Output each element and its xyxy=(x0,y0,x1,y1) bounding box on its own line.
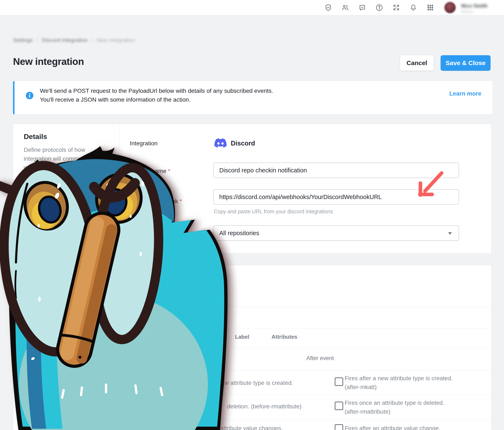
event-row-left-text: w attribute type is created. xyxy=(225,378,293,387)
row-divider xyxy=(13,307,491,307)
user-role-blurred: Admin xyxy=(461,9,473,14)
banner-line-2: You'll receive a JSON with some informat… xyxy=(40,95,273,104)
event-checkbox[interactable] xyxy=(335,402,343,410)
column-header-label: Label xyxy=(235,334,249,340)
column-header-attributes: Attributes xyxy=(271,334,297,340)
breadcrumb-separator: / xyxy=(91,37,93,44)
info-icon xyxy=(26,91,34,99)
custom-name-label: Custom name * xyxy=(130,168,170,174)
details-heading: Details xyxy=(24,133,47,141)
channel-webhook-input[interactable] xyxy=(213,189,459,205)
banner-text: We'll send a POST request to the Payload… xyxy=(40,87,273,104)
breadcrumb-separator: / xyxy=(36,37,38,44)
top-bar: Nico Smith Admin xyxy=(0,0,504,15)
users-icon[interactable] xyxy=(342,4,349,11)
event-row-right-text: Fires once an attribute type is deleted.… xyxy=(345,399,444,416)
row-divider xyxy=(13,419,491,419)
webhook-help-text: Copy and paste URL from your discord int… xyxy=(214,208,333,215)
row-divider xyxy=(13,348,491,349)
banner-line-1: We'll send a POST request to the Payload… xyxy=(40,87,273,95)
breadcrumb-item[interactable]: Settings xyxy=(13,37,33,44)
bell-icon[interactable] xyxy=(410,4,417,11)
event-row-right-text: Fires after an attribute value change. xyxy=(345,424,440,430)
apps-grid-icon[interactable] xyxy=(426,4,434,11)
row-divider xyxy=(13,395,491,395)
card-vertical-divider xyxy=(119,124,120,253)
integration-value: Discord xyxy=(231,140,255,147)
learn-more-link[interactable]: Learn more xyxy=(450,90,482,97)
after-event-header: After event xyxy=(306,355,334,362)
event-checkbox[interactable] xyxy=(335,424,343,430)
repositories-selected-value: All repositories xyxy=(219,226,259,240)
app-screen: Nico Smith Admin Settings / Discord Inte… xyxy=(0,0,504,430)
breadcrumb-item-current: New Integration xyxy=(97,37,135,44)
repositories-select[interactable]: All repositories xyxy=(213,225,459,241)
integration-label: Integration xyxy=(130,140,158,147)
header-icon-group xyxy=(324,4,434,11)
avatar[interactable] xyxy=(444,2,456,13)
row-divider xyxy=(13,328,491,328)
shield-check-icon[interactable] xyxy=(324,4,332,11)
page-title: New integration xyxy=(13,56,84,67)
expand-icon[interactable] xyxy=(393,4,400,11)
details-card: Details Define protocols of how integrat… xyxy=(13,124,491,254)
save-close-button[interactable]: Save & Close xyxy=(441,55,491,71)
help-icon[interactable] xyxy=(376,4,383,11)
details-description: Define protocols of how integration will… xyxy=(24,145,108,172)
breadcrumb-item[interactable]: Discord Integration xyxy=(42,37,88,44)
discord-logo-icon xyxy=(214,138,227,148)
event-row-left-text: deletion. (before-rmattribute) xyxy=(227,402,302,411)
event-checkbox[interactable] xyxy=(335,377,343,386)
event-row-left-text: attribute value changes. xyxy=(220,424,283,430)
breadcrumb: Settings / Discord Integration / New Int… xyxy=(13,37,135,44)
event-row-right-text: Fires after a new attribute type is crea… xyxy=(345,374,453,392)
row-divider xyxy=(13,370,491,370)
user-name-blurred: Nico Smith xyxy=(461,3,487,9)
info-banner: We'll send a POST request to the Payload… xyxy=(13,81,493,114)
events-card: Label Attributes After event w attribute… xyxy=(13,265,491,430)
repositories-label-fragment: R xyxy=(127,228,132,234)
chevron-down-icon xyxy=(448,232,452,235)
channel-webhook-label: Channel Webhook * xyxy=(130,198,182,205)
custom-name-input[interactable] xyxy=(213,162,459,178)
required-asterisk: * xyxy=(180,198,182,205)
required-asterisk: * xyxy=(168,168,170,174)
cancel-button[interactable]: Cancel xyxy=(400,55,434,71)
chat-icon[interactable] xyxy=(359,4,366,11)
